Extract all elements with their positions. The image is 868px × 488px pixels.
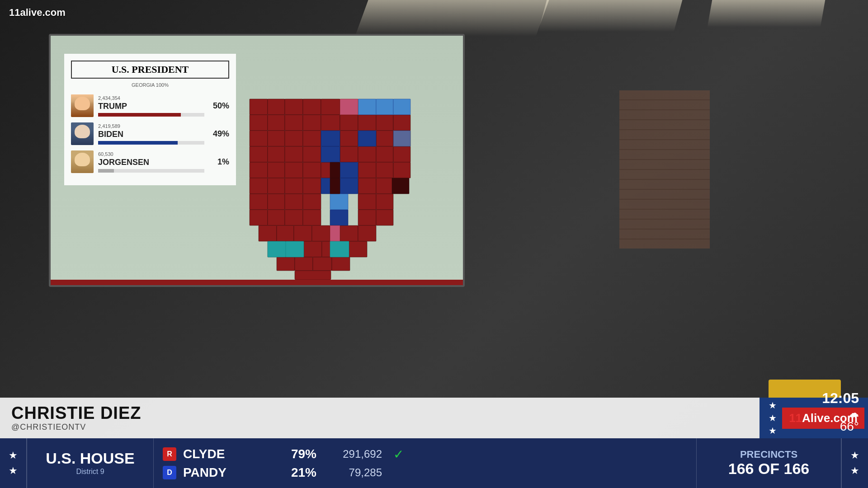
svg-rect-46 — [303, 194, 321, 210]
svg-rect-19 — [376, 131, 393, 146]
svg-rect-23 — [285, 146, 303, 162]
ticker-star-right-2: ★ — [850, 465, 859, 477]
ceiling-light-1 — [355, 0, 549, 36]
svg-rect-11 — [358, 115, 376, 131]
ticker-stars-left: ★ ★ — [0, 438, 27, 488]
svg-rect-52 — [303, 210, 321, 225]
ticker-bar: ★ ★ U.S. HOUSE District 9 R CLYDE 79% 29… — [0, 438, 868, 488]
display-screen-inner: U.S. PRESIDENT GEORGIA 100% 2,434,354 TR… — [51, 36, 463, 285]
svg-rect-41 — [358, 178, 376, 194]
brick-wall-accent — [619, 90, 710, 249]
jorgensen-photo — [71, 150, 94, 173]
svg-rect-22 — [268, 146, 285, 162]
svg-rect-72 — [321, 146, 340, 162]
party-badge-d: D — [163, 466, 176, 479]
ticker-pandy-votes: 79,285 — [323, 466, 382, 479]
ticker-candidate-row-clyde: R CLYDE 79% 291,692 ✓ — [163, 447, 687, 462]
anchor-handle: @CHRISTIEONTV — [11, 422, 748, 432]
svg-rect-18 — [340, 131, 358, 146]
svg-rect-37 — [250, 178, 268, 194]
svg-rect-68 — [313, 257, 332, 271]
svg-rect-58 — [312, 225, 330, 241]
svg-rect-63 — [304, 241, 322, 257]
svg-rect-83 — [340, 99, 358, 115]
svg-rect-34 — [358, 162, 376, 178]
trump-pct: 50% — [209, 101, 229, 111]
trump-name: TRUMP — [98, 102, 204, 111]
svg-rect-40 — [303, 178, 321, 194]
svg-rect-71 — [321, 131, 340, 146]
ticker-candidates: R CLYDE 79% 291,692 ✓ D PANDY 21% 79,285 — [154, 438, 696, 488]
svg-rect-79 — [376, 99, 393, 115]
svg-rect-24 — [303, 146, 321, 162]
svg-rect-53 — [358, 210, 376, 225]
trump-photo — [71, 94, 94, 117]
svg-rect-0 — [250, 99, 268, 115]
svg-rect-44 — [268, 194, 285, 210]
biden-bar-container — [98, 141, 204, 145]
star-3: ★ — [769, 425, 777, 436]
svg-rect-59 — [340, 225, 358, 241]
screen-bottom-bar — [51, 280, 463, 285]
trump-bar-container — [98, 113, 204, 117]
ticker-star-left-1: ★ — [9, 450, 18, 461]
svg-rect-73 — [340, 162, 358, 178]
lower-third-name-area: CHRISTIE DIEZ @CHRISTIEONTV — [0, 398, 760, 438]
svg-rect-43 — [250, 194, 268, 210]
svg-rect-9 — [321, 115, 340, 131]
svg-rect-25 — [340, 146, 358, 162]
jorgensen-row: 60,530 JORGENSEN 1% — [71, 150, 229, 173]
ticker-pandy-name: PANDY — [183, 465, 274, 480]
biden-name: BIDEN — [98, 130, 204, 139]
stars-column: ★ ★ ★ — [763, 400, 782, 436]
svg-rect-54 — [376, 210, 393, 225]
winner-checkmark: ✓ — [393, 447, 404, 462]
jorgensen-votes: 60,530 — [98, 151, 204, 157]
svg-rect-30 — [268, 162, 285, 178]
svg-rect-66 — [277, 257, 295, 271]
trump-bar — [98, 113, 181, 117]
svg-rect-42 — [376, 178, 393, 194]
svg-rect-47 — [358, 194, 376, 210]
biden-photo — [71, 122, 94, 145]
svg-rect-67 — [295, 257, 313, 271]
party-badge-r: R — [163, 447, 176, 461]
svg-rect-17 — [303, 131, 321, 146]
weather-area: 12:05 ☁ 66° — [822, 390, 859, 434]
weather-time: 12:05 — [822, 390, 859, 407]
svg-rect-1 — [268, 99, 285, 115]
watermark: 11alive.com — [9, 7, 66, 19]
svg-rect-31 — [285, 162, 303, 178]
svg-rect-50 — [268, 210, 285, 225]
star-2: ★ — [769, 413, 777, 423]
biden-bar — [98, 141, 178, 145]
anchor-name: CHRISTIE DIEZ — [11, 404, 748, 423]
ticker-precincts-value: 166 OF 166 — [728, 460, 810, 477]
svg-rect-76 — [330, 210, 348, 225]
svg-rect-39 — [285, 178, 303, 194]
svg-rect-80 — [393, 99, 410, 115]
star-1: ★ — [769, 400, 777, 411]
svg-rect-48 — [376, 194, 393, 210]
svg-rect-28 — [393, 146, 410, 162]
biden-pct: 49% — [209, 129, 229, 139]
jorgensen-name: JORGENSEN — [98, 158, 204, 167]
svg-rect-78 — [358, 99, 376, 115]
svg-rect-32 — [303, 162, 321, 178]
svg-rect-8 — [303, 115, 321, 131]
svg-rect-38 — [268, 178, 285, 194]
svg-rect-7 — [285, 115, 303, 131]
ticker-clyde-votes: 291,692 — [323, 448, 382, 460]
weather-icon: ☁ — [822, 407, 859, 419]
election-title: U.S. PRESIDENT — [71, 61, 229, 79]
svg-rect-29 — [250, 162, 268, 178]
trump-row: 2,434,354 TRUMP 50% — [71, 94, 229, 117]
svg-rect-70 — [295, 271, 331, 280]
ticker-house-section: U.S. HOUSE District 9 — [27, 438, 154, 488]
ticker-clyde-name: CLYDE — [183, 447, 274, 461]
svg-rect-21 — [250, 146, 268, 162]
ticker-clyde-pct: 79% — [280, 447, 316, 461]
svg-rect-3 — [303, 99, 321, 115]
ticker-star-left-2: ★ — [9, 465, 18, 477]
georgia-map — [227, 90, 444, 284]
